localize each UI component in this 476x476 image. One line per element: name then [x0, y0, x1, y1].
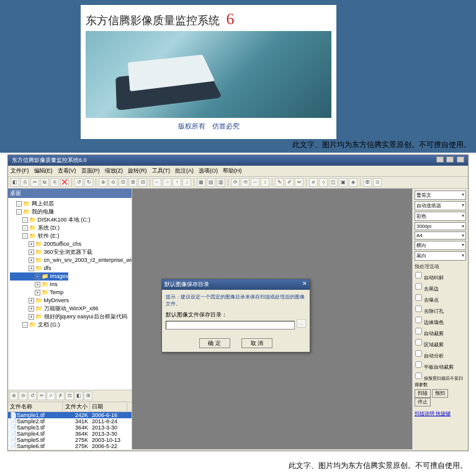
help-links[interactable]: 扫描说明 快捷键 — [415, 410, 466, 417]
tree-item[interactable]: +📁 MyDrivers — [10, 297, 130, 305]
file-list[interactable]: 文件名称 文件大小 日期 📄Sample1.tif242K2006-6-16📄S… — [8, 402, 132, 449]
tree-item[interactable]: -📁 软件 (E:) — [10, 232, 130, 240]
col-date[interactable]: 日期 — [90, 402, 127, 411]
tree-item[interactable]: +📁 cn_win_srv_2003_r2_enterprise_with_sp… — [10, 256, 130, 264]
menu-item[interactable]: 页面(P) — [81, 168, 100, 174]
close-button[interactable] — [457, 156, 464, 163]
checkbox-option[interactable]: 边缘填色 — [415, 316, 466, 326]
menu-item[interactable]: 文件(F) — [11, 168, 29, 174]
menu-item[interactable]: 批注(A) — [175, 168, 194, 174]
combo-1[interactable]: 自动送纸器 — [415, 201, 466, 210]
combo-2[interactable]: 彩色 — [415, 212, 466, 221]
toolbar-button[interactable]: ↕ — [261, 178, 269, 187]
minimize-button[interactable] — [436, 156, 444, 163]
toolbar-button[interactable]: ▦ — [197, 178, 205, 187]
scan-button[interactable]: 预扫 — [432, 389, 448, 398]
tree-toolbar-button[interactable]: ✂ — [37, 392, 46, 400]
combo-6[interactable]: 黑白 — [415, 251, 466, 261]
menu-item[interactable]: 工具(T) — [152, 168, 171, 174]
toolbar-button[interactable]: ← — [153, 178, 161, 187]
dialog-close-icon[interactable]: ✕ — [302, 281, 307, 289]
toolbar-button[interactable]: ▥ — [217, 178, 225, 187]
tree-item[interactable]: +📁 2005office_chs — [10, 240, 130, 248]
toolbar-button[interactable]: ⊕ — [99, 178, 107, 187]
tree-item[interactable]: -📁 文档 (G:) — [10, 321, 130, 329]
menu-item[interactable]: 查看(V) — [58, 168, 76, 174]
tree-item[interactable]: +📁 360安全浏览器下载 — [10, 248, 130, 256]
hint-checkbox[interactable]: 按预置扫描后不要扫描参数 — [415, 372, 466, 388]
toolbar-button[interactable]: ↑ — [173, 178, 181, 187]
toolbar-button[interactable]: ◧ — [11, 178, 19, 187]
toolbar-button[interactable]: ⧉ — [40, 178, 49, 187]
toolbar-button[interactable]: ⟳ — [231, 178, 240, 187]
toolbar-button[interactable]: ✎ — [275, 178, 284, 187]
checkbox-option[interactable]: 自动裁剪 — [415, 327, 466, 337]
toolbar-button[interactable]: ↺ — [74, 178, 83, 187]
folder-tree[interactable]: -📁 网上邻居-📁 我的电脑-📁 DISK4K100 本地 (C:)-📁 系统 … — [8, 198, 132, 390]
menu-item[interactable]: 编辑(E) — [34, 168, 53, 174]
menu-item[interactable]: 旋转(R) — [128, 168, 147, 174]
checkbox-option[interactable]: 自动分析 — [415, 349, 466, 359]
tree-item[interactable]: +📁 很好的jquery easyui后台框架代码 — [10, 313, 130, 321]
toolbar-button[interactable]: ↔ — [251, 178, 259, 187]
menu-item[interactable]: 帮助(H) — [223, 168, 242, 174]
scan-button[interactable]: 扫描 — [415, 389, 431, 398]
checkbox-option[interactable]: 区域裁剪 — [415, 338, 466, 348]
toolbar-button[interactable]: ◫ — [329, 178, 338, 187]
toolbar-button[interactable]: → — [163, 178, 171, 187]
tree-toolbar-button[interactable]: ◧ — [74, 392, 83, 400]
scan-button[interactable]: 停止 — [415, 398, 431, 406]
tree-toolbar-button[interactable]: ✗ — [56, 392, 65, 400]
tree-toolbar-button[interactable]: ⊖ — [19, 392, 27, 400]
maximize-button[interactable] — [446, 156, 454, 163]
tree-item[interactable]: +📁 Ins — [10, 281, 130, 289]
file-row[interactable]: 📄Sample4.tif364K2013-3-30 — [8, 431, 132, 437]
browse-button[interactable]: … — [297, 319, 306, 328]
toolbar-button[interactable]: ✐ — [285, 178, 294, 187]
file-row[interactable]: 📄Sample5.tif275K2003-10-13 — [8, 437, 132, 443]
toolbar-button[interactable]: ⎘ — [50, 178, 59, 187]
tree-toolbar-button[interactable]: ↺ — [28, 392, 37, 400]
toolbar-button[interactable]: ⊖ — [109, 178, 117, 187]
checkbox-option[interactable]: 去黑边 — [415, 282, 466, 292]
tree-item[interactable]: -📁 我的电脑 — [10, 208, 130, 216]
combo-0[interactable]: 普英文 — [415, 191, 466, 200]
tree-toolbar-button[interactable]: ⊡ — [65, 392, 74, 400]
cancel-button[interactable]: 取 消 — [241, 338, 272, 348]
combo-3[interactable]: 300dpi — [415, 222, 466, 230]
combo-5[interactable]: 横向 — [415, 241, 466, 250]
toolbar-button[interactable]: ⊞ — [128, 178, 137, 187]
tree-item[interactable]: +📁 Images — [10, 272, 68, 281]
tree-toolbar-button[interactable]: ⊞ — [84, 392, 92, 400]
toolbar-button[interactable]: ↓ — [182, 178, 191, 187]
toolbar-button[interactable]: ⦿ — [363, 178, 372, 187]
tree-item[interactable]: +📁 Temp — [10, 289, 130, 297]
toolbar-button[interactable]: ◈ — [349, 178, 357, 187]
dir-input[interactable] — [166, 321, 295, 330]
toolbar-button[interactable]: ⟲ — [241, 178, 249, 187]
toolbar-button[interactable]: ▣ — [339, 178, 348, 187]
file-row[interactable]: 📄Sample2.tif341K2011-8-24 — [8, 418, 132, 424]
toolbar-button[interactable]: ✏ — [295, 178, 303, 187]
tree-toolbar-button[interactable]: ✓ — [47, 392, 55, 400]
file-row[interactable]: 📄Sample3.tif364K2013-3-30 — [8, 424, 132, 431]
toolbar-button[interactable]: # — [309, 178, 318, 187]
flat-checkbox[interactable]: 平板自动裁剪 — [415, 361, 466, 370]
file-row[interactable]: 📄Sample1.tif242K2006-6-16 — [8, 412, 132, 418]
ok-button[interactable]: 确 定 — [199, 338, 230, 348]
tree-item[interactable]: +📁 dfs — [10, 264, 130, 272]
toolbar-button[interactable]: ⎙ — [20, 178, 29, 187]
menubar[interactable]: 文件(F)编辑(E)查看(V)页面(P)缩放(Z)旋转(R)工具(T)批注(A)… — [8, 166, 468, 177]
toolbar-button[interactable]: ❌ — [60, 178, 69, 187]
checkbox-option[interactable]: 去噪点 — [415, 294, 466, 303]
menu-item[interactable]: 选项(O) — [199, 168, 218, 174]
tree-item[interactable]: +📁 万能驱动_WinXP_x86 — [10, 305, 130, 313]
tree-toolbar-button[interactable]: ⊕ — [9, 392, 18, 400]
combo-4[interactable]: A4 — [415, 231, 466, 240]
toolbar-button[interactable]: ↻ — [84, 178, 93, 187]
col-name[interactable]: 文件名称 — [8, 402, 63, 411]
checkbox-option[interactable]: 去除订孔 — [415, 305, 466, 315]
toolbar-button[interactable]: ▤ — [207, 178, 215, 187]
toolbar-button[interactable]: ✂ — [30, 178, 39, 187]
menu-item[interactable]: 缩放(Z) — [105, 168, 123, 174]
